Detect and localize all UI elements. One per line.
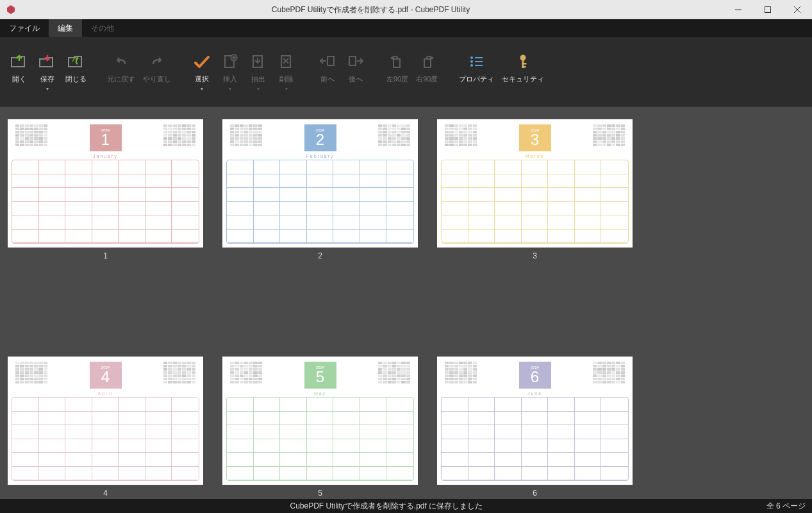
save-button[interactable]: 保存 ▾ — [33, 43, 62, 101]
extract-button[interactable]: 抽出 ▾ — [244, 43, 272, 101]
security-label: セキュリティ — [502, 74, 544, 84]
thumbnail-label: 2 — [318, 251, 322, 260]
svg-rect-2 — [765, 7, 771, 13]
rotate-left-button[interactable]: 左90度 ▾ — [383, 43, 412, 101]
window-title: CubePDF Utilityで作成者を削除する.pdf - CubePDF U… — [18, 4, 724, 15]
calendar-month-name: April — [12, 391, 199, 396]
svg-rect-22 — [522, 66, 526, 68]
delete-label: 削除 — [279, 74, 294, 84]
calendar-month-number: 3 — [531, 132, 539, 147]
svg-rect-9 — [327, 56, 334, 65]
calendar-month-number: 6 — [531, 369, 539, 385]
calendar-month-number: 5 — [316, 369, 324, 385]
thumbnail-page[interactable]: 20243March3 — [437, 119, 633, 260]
security-button[interactable]: セキュリティ ▾ — [498, 43, 548, 101]
open-button[interactable]: 開く ▾ — [5, 43, 33, 101]
menu-file[interactable]: ファイル — [0, 19, 49, 37]
calendar-month-name: January — [12, 154, 199, 158]
thumbnail-page[interactable]: 20246June6 — [437, 357, 633, 498]
open-icon — [10, 51, 28, 72]
redo-icon — [148, 51, 166, 72]
prev-icon — [319, 51, 336, 72]
save-icon — [38, 51, 56, 72]
thumbnail-preview: 20245May — [222, 357, 418, 485]
close-button[interactable] — [783, 0, 812, 19]
close-file-button[interactable]: 閉じる ▾ — [62, 43, 90, 101]
undo-icon — [112, 51, 130, 72]
next-icon — [347, 51, 365, 72]
rotate-right-button[interactable]: 右90度 ▾ — [412, 43, 442, 101]
svg-point-17 — [470, 64, 473, 67]
thumbnail-page[interactable]: 20245May5 — [222, 357, 418, 498]
rotate-right-icon — [419, 51, 435, 72]
undo-label: 元に戻す — [107, 74, 135, 84]
property-button[interactable]: プロパティ ▾ — [455, 43, 498, 101]
thumbnail-label: 1 — [103, 251, 108, 260]
thumbnail-preview: 20241January — [8, 119, 203, 248]
thumbnail-preview: 20244April — [8, 357, 203, 485]
extract-label: 抽出 — [251, 74, 265, 84]
thumbnail-preview: 20243March — [437, 119, 633, 248]
prev-label: 前へ — [320, 74, 335, 84]
thumbnail-label: 3 — [533, 251, 537, 260]
status-bar: CubePDF Utilityで作成者を削除する.pdf に保存しました 全 6… — [0, 499, 812, 513]
svg-rect-21 — [522, 63, 526, 65]
ribbon-group-edit: 選択 ▾ 挿入 ▾ 抽出 ▾ 削除 ▾ — [188, 37, 301, 106]
next-label: 後へ — [349, 74, 363, 84]
calendar-month-name: May — [226, 391, 414, 396]
ribbon-toolbar: 開く ▾ 保存 ▾ 閉じる ▾ 元に戻す ▾ やり直し ▾ 選択 — [0, 37, 812, 106]
property-label: プロパティ — [459, 74, 494, 84]
rotate-left-icon — [390, 51, 405, 72]
svg-rect-12 — [424, 59, 431, 67]
thumbnail-grid: 20241January120242February220243March320… — [0, 106, 812, 499]
menu-edit[interactable]: 編集 — [49, 19, 82, 37]
thumbnail-page[interactable]: 20241January1 — [8, 119, 203, 260]
save-label: 保存 — [40, 74, 54, 84]
svg-rect-14 — [475, 57, 483, 58]
prev-button[interactable]: 前へ ▾ — [313, 43, 342, 101]
redo-label: やり直し — [143, 74, 171, 84]
title-bar: CubePDF Utilityで作成者を削除する.pdf - CubePDF U… — [0, 0, 812, 19]
minimize-button[interactable] — [724, 0, 753, 19]
thumbnail-page[interactable]: 20242February2 — [222, 119, 418, 260]
delete-button[interactable]: 削除 ▾ — [272, 43, 301, 101]
maximize-button[interactable] — [753, 0, 783, 19]
thumbnail-scroll-area[interactable]: 20241January120242February220243March320… — [0, 106, 812, 499]
svg-rect-18 — [475, 65, 483, 66]
open-label: 開く — [12, 74, 26, 84]
ribbon-group-history: 元に戻す ▾ やり直し ▾ — [103, 37, 175, 106]
select-button[interactable]: 選択 ▾ — [188, 43, 216, 101]
rotate-left-label: 左90度 — [386, 74, 408, 84]
status-page-count: 全 6 ページ — [766, 501, 806, 512]
calendar-month-name: June — [441, 391, 629, 396]
svg-rect-10 — [349, 56, 356, 65]
insert-label: 挿入 — [223, 74, 237, 84]
ribbon-group-props: プロパティ ▾ セキュリティ ▾ — [455, 37, 548, 106]
svg-rect-16 — [475, 61, 483, 62]
thumbnail-preview: 20246June — [437, 357, 633, 485]
redo-button[interactable]: やり直し ▾ — [139, 43, 175, 101]
close-file-icon — [67, 51, 85, 72]
menu-other[interactable]: その他 — [82, 19, 123, 37]
insert-icon — [222, 51, 238, 72]
thumbnail-page[interactable]: 20244April4 — [8, 357, 203, 498]
select-icon — [193, 51, 211, 72]
window-buttons — [724, 0, 812, 19]
select-label: 選択 — [195, 74, 209, 84]
insert-button[interactable]: 挿入 ▾ — [216, 43, 244, 101]
calendar-month-number: 4 — [101, 369, 110, 385]
extract-icon — [251, 51, 266, 72]
next-button[interactable]: 後へ ▾ — [342, 43, 370, 101]
rotate-right-label: 右90度 — [416, 74, 438, 84]
thumbnail-label: 6 — [533, 489, 537, 498]
undo-button[interactable]: 元に戻す ▾ — [103, 43, 139, 101]
ribbon-group-rotate: 左90度 ▾ 右90度 ▾ — [383, 37, 442, 106]
close-file-label: 閉じる — [65, 74, 87, 84]
status-message: CubePDF Utilityで作成者を削除する.pdf に保存しました — [6, 501, 766, 512]
thumbnail-label: 4 — [103, 489, 108, 498]
thumbnail-preview: 20242February — [222, 119, 418, 248]
ribbon-group-move: 前へ ▾ 後へ ▾ — [313, 37, 370, 106]
ribbon-group-file: 開く ▾ 保存 ▾ 閉じる ▾ — [5, 37, 90, 106]
svg-rect-11 — [394, 59, 400, 67]
menu-bar: ファイル 編集 その他 — [0, 19, 812, 37]
